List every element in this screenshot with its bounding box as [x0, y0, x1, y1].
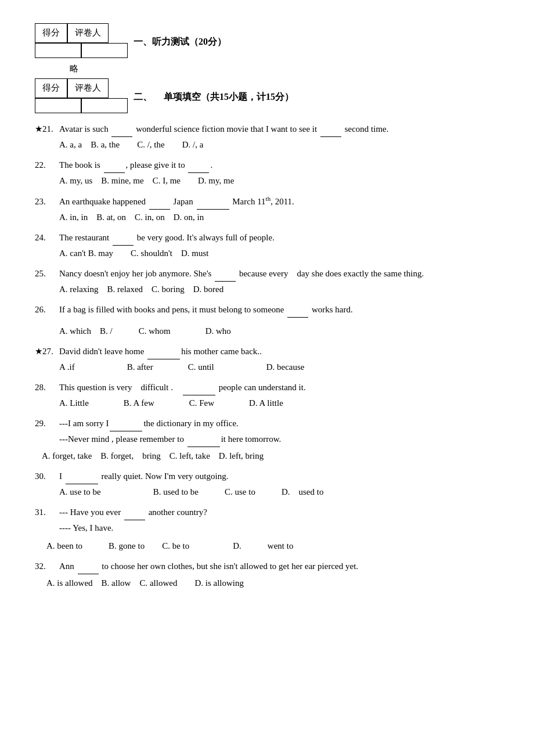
- q26-text: If a bag is filled with books and pens, …: [59, 302, 499, 318]
- q30-num: 30.: [35, 469, 59, 484]
- q32-blank: [78, 565, 99, 574]
- q21-num: ★21.: [35, 121, 59, 137]
- q23-sup: th: [266, 195, 271, 202]
- q26-options: A. which B. / C. whom D. who: [35, 323, 499, 339]
- pinjuan-empty-2: [81, 98, 128, 113]
- q29-num: 29.: [35, 416, 59, 431]
- q29-options: A. forget, take B. forget, bring C. left…: [35, 448, 499, 464]
- q30-blank: [66, 475, 98, 484]
- question-23: 23. An earthquake happened Japan March 1…: [35, 193, 499, 225]
- q27-options: A .if B. after C. until D. because: [35, 359, 499, 375]
- q27-line: ★27. David didn't leave home his mother …: [35, 344, 499, 359]
- q24-num: 24.: [35, 230, 59, 246]
- q21-text: Avatar is such wonderful science fiction…: [59, 121, 499, 137]
- q32-line: 32. Ann to choose her own clothes, but s…: [35, 559, 499, 574]
- q31-line2: ---- Yes, I have.: [35, 520, 499, 536]
- lue-text: 略: [35, 62, 499, 77]
- q25-blank: [215, 272, 236, 282]
- pinjuan-label-1: 评卷人: [67, 23, 109, 43]
- q23-blank1: [149, 200, 170, 210]
- question-30: 30. I really quiet. Now I'm very outgoin…: [35, 469, 499, 500]
- q31-blank: [124, 511, 145, 520]
- q23-blank2: [197, 200, 229, 210]
- defen-empty-1: [35, 43, 81, 58]
- q31-num: 31.: [35, 505, 59, 520]
- pinjuan-empty-1: [81, 43, 128, 58]
- section1-row: 得分 评卷人 一、听力测试（20分）: [35, 23, 499, 60]
- q30-text: I really quiet. Now I'm very outgoing.: [59, 469, 499, 484]
- q21-blank2: [320, 128, 341, 137]
- question-25: 25. Nancy doesn't enjoy her job anymore.…: [35, 266, 499, 297]
- q32-options: A. is allowed B. allow C. allowed D. is …: [35, 575, 499, 591]
- q26-line: 26. If a bag is filled with books and pe…: [35, 302, 499, 318]
- q23-num: 23.: [35, 194, 59, 210]
- q22-text: The book is , please give it to .: [59, 157, 499, 173]
- q31-text1: --- Have you ever another country?: [59, 505, 499, 520]
- questions-section: ★21. Avatar is such wonderful science fi…: [35, 121, 499, 591]
- q24-line: 24. The restaurant be very good. It's al…: [35, 230, 499, 246]
- question-31: 31. --- Have you ever another country? -…: [35, 505, 499, 554]
- q30-options: A. use to be B. used to be C. use to D. …: [35, 484, 499, 500]
- q31-options: A. been to B. gone to C. be to D. went t…: [35, 538, 499, 554]
- q29-text1: ---I am sorry Ithe dictionary in my offi…: [59, 416, 499, 431]
- q22-blank2: [188, 164, 209, 173]
- q29-blank2: [187, 438, 220, 447]
- defen-empty-2: [35, 98, 81, 113]
- q22-num: 22.: [35, 157, 59, 173]
- section2-row: 得分 评卷人 二、 单项填空（共15小题，计15分）: [35, 78, 499, 116]
- q21-options: A. a, a B. a, the C. /, the D. /, a: [35, 137, 499, 153]
- q23-options: A. in, in B. at, on C. in, on D. on, in: [35, 210, 499, 225]
- defen-label-2: 得分: [35, 78, 67, 98]
- q27-text: David didn't leave home his mother came …: [59, 344, 499, 359]
- q23-line: 23. An earthquake happened Japan March 1…: [35, 193, 499, 210]
- q25-line: 25. Nancy doesn't enjoy her job anymore.…: [35, 266, 499, 282]
- q24-text: The restaurant be very good. It's always…: [59, 230, 499, 246]
- q24-blank: [113, 236, 134, 246]
- q21-line1: ★21. Avatar is such wonderful science fi…: [35, 121, 499, 137]
- q25-text: Nancy doesn't enjoy her job anymore. She…: [59, 266, 499, 282]
- q26-blank: [287, 308, 308, 318]
- q22-blank1: [104, 164, 125, 173]
- q27-blank: [147, 350, 180, 359]
- question-22: 22. The book is , please give it to . A.…: [35, 157, 499, 189]
- q21-blank1: [111, 128, 132, 137]
- question-27: ★27. David didn't leave home his mother …: [35, 344, 499, 375]
- pinjuan-label-2: 评卷人: [67, 78, 109, 98]
- q31-line1: 31. --- Have you ever another country?: [35, 505, 499, 520]
- question-21: ★21. Avatar is such wonderful science fi…: [35, 121, 499, 153]
- q32-text: Ann to choose her own clothes, but she i…: [59, 559, 499, 574]
- section2-title: 二、 单项填空（共15小题，计15分）: [128, 78, 300, 116]
- q23-text: An earthquake happened Japan March 11th,…: [59, 193, 499, 210]
- q28-line: 28. This question is very difficult . pe…: [35, 380, 499, 395]
- question-29: 29. ---I am sorry Ithe dictionary in my …: [35, 416, 499, 464]
- q29-line2: ---Never mind , please remember to it he…: [35, 431, 499, 447]
- question-24: 24. The restaurant be very good. It's al…: [35, 230, 499, 261]
- q25-num: 25.: [35, 266, 59, 282]
- defen-label-1: 得分: [35, 23, 67, 43]
- q29-blank1: [110, 422, 142, 431]
- q24-options: A. can't B. may C. shouldn't D. must: [35, 246, 499, 261]
- q28-blank: [183, 386, 215, 395]
- q25-options: A. relaxing B. relaxed C. boring D. bore…: [35, 282, 499, 297]
- q28-text: This question is very difficult . people…: [59, 380, 499, 395]
- q26-num: 26.: [35, 302, 59, 318]
- q22-line: 22. The book is , please give it to .: [35, 157, 499, 173]
- section1-title: 一、听力测试（20分）: [128, 23, 232, 60]
- section1-table: 得分 评卷人: [35, 23, 128, 58]
- q22-options: A. my, us B. mine, me C. I, me D. my, me: [35, 173, 499, 189]
- q28-options: A. Little B. A few C. Few D. A little: [35, 395, 499, 411]
- question-32: 32. Ann to choose her own clothes, but s…: [35, 559, 499, 591]
- q32-num: 32.: [35, 559, 59, 574]
- section2-table: 得分 评卷人: [35, 78, 128, 113]
- q28-num: 28.: [35, 380, 59, 395]
- q29-line1: 29. ---I am sorry Ithe dictionary in my …: [35, 416, 499, 431]
- q26-spacer: [35, 318, 499, 323]
- q27-num: ★27.: [35, 344, 59, 359]
- question-26: 26. If a bag is filled with books and pe…: [35, 302, 499, 339]
- header-section: 得分 评卷人 一、听力测试（20分） 略 得分 评卷人 二、 单项填空（共15小…: [35, 23, 499, 116]
- question-28: 28. This question is very difficult . pe…: [35, 380, 499, 411]
- q30-line: 30. I really quiet. Now I'm very outgoin…: [35, 469, 499, 484]
